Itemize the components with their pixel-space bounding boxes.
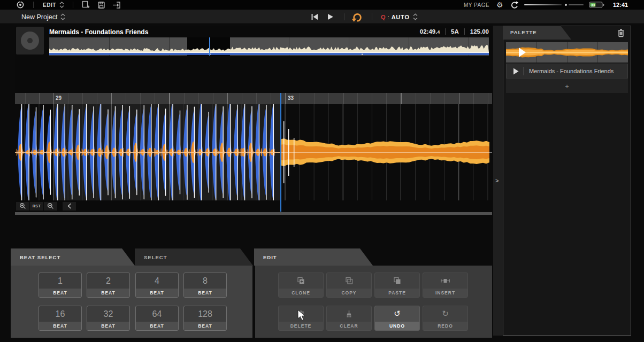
save-icon[interactable] bbox=[97, 0, 105, 10]
play-icon[interactable] bbox=[513, 68, 519, 75]
bar-number: 29 bbox=[56, 95, 62, 101]
track-info: 02:49.4 5A 125.00 bbox=[420, 28, 489, 35]
bar-number: 33 bbox=[288, 95, 294, 101]
palette-tab[interactable]: PALETTE bbox=[503, 26, 571, 40]
tab-edit[interactable]: EDIT bbox=[254, 248, 373, 266]
chevron-updown-icon bbox=[59, 2, 64, 8]
project-selector[interactable]: New Project bbox=[21, 10, 65, 24]
divider bbox=[73, 2, 73, 8]
paste-button[interactable]: PASTE bbox=[374, 273, 420, 298]
zoom-reset-button[interactable]: RST bbox=[30, 202, 43, 211]
redo-icon: ↻ bbox=[442, 310, 449, 318]
redo-button[interactable]: ↻ REDO bbox=[423, 306, 468, 331]
zoom-out-button[interactable] bbox=[44, 202, 57, 211]
copy-icon bbox=[345, 277, 353, 285]
deck-area: Mermaids - Foundations Friends 02:49.4 5… bbox=[15, 26, 492, 214]
settings-gear-icon[interactable]: ⚙ bbox=[496, 0, 503, 10]
main-waveform[interactable] bbox=[15, 104, 492, 200]
edit-menu-label: EDIT bbox=[43, 2, 56, 8]
export-icon[interactable] bbox=[112, 0, 121, 10]
clock: 12:41 bbox=[613, 0, 628, 10]
flashback-loop-button[interactable] bbox=[351, 10, 363, 24]
beat-button-64[interactable]: 64BEAT bbox=[135, 306, 179, 331]
scroll-left-button[interactable] bbox=[63, 202, 76, 211]
overview-waveform[interactable] bbox=[49, 37, 489, 56]
beat-button-8[interactable]: 8BEAT bbox=[183, 273, 227, 298]
play-button[interactable] bbox=[327, 10, 334, 24]
chevron-updown-icon bbox=[413, 13, 418, 20]
insert-button[interactable]: INSERT bbox=[423, 273, 468, 298]
zoom-in-button[interactable] bbox=[16, 202, 29, 211]
clone-button[interactable]: CLONE bbox=[278, 273, 324, 298]
album-art bbox=[16, 27, 44, 55]
clone-icon bbox=[297, 277, 305, 285]
plus-icon: + bbox=[565, 82, 569, 90]
quantize-value: AUTO bbox=[392, 14, 410, 20]
tab-beat-select-label: BEAT SELECT bbox=[11, 248, 135, 260]
battery-icon: 33 bbox=[589, 0, 605, 10]
skip-to-start-button[interactable] bbox=[311, 10, 319, 24]
undo-icon: ↺ bbox=[394, 310, 401, 318]
clear-icon bbox=[345, 310, 353, 318]
palette-collapse-handle[interactable]: > bbox=[493, 26, 503, 336]
divider bbox=[372, 13, 372, 20]
beat-select-panel: 1BEAT 2BEAT 4BEAT 8BEAT 16BEAT 32BEAT 64… bbox=[11, 266, 252, 338]
track-bpm: 125.00 bbox=[470, 28, 489, 35]
trash-icon[interactable] bbox=[617, 28, 625, 38]
new-project-icon[interactable] bbox=[81, 0, 90, 10]
divider bbox=[33, 2, 34, 8]
beat-button-4[interactable]: 4BEAT bbox=[135, 273, 179, 298]
beat-button-1[interactable]: 1BEAT bbox=[39, 273, 82, 298]
copy-button[interactable]: COPY bbox=[326, 273, 372, 298]
undo-button[interactable]: ↺ UNDO bbox=[374, 306, 420, 331]
project-name: New Project bbox=[21, 13, 57, 21]
my-page-label: MY PAGE bbox=[464, 2, 489, 8]
palette-sample-title: Mermaids - Foundations Friends bbox=[529, 68, 614, 74]
battery-percent: 33 bbox=[591, 3, 595, 7]
brightness-slider[interactable] bbox=[524, 4, 562, 5]
palette-title: PALETTE bbox=[503, 26, 571, 35]
palette-add-button[interactable]: + bbox=[506, 79, 628, 93]
track-key: 5A bbox=[451, 28, 459, 35]
transport-toolbar: New Project Q : AUTO bbox=[0, 10, 644, 24]
volume-slider-knob[interactable] bbox=[565, 4, 567, 6]
insert-icon bbox=[441, 277, 450, 285]
sync-icon[interactable] bbox=[510, 0, 519, 10]
tab-select[interactable]: SELECT bbox=[135, 248, 253, 266]
beat-button-128[interactable]: 128BEAT bbox=[183, 306, 227, 331]
chevron-updown-icon bbox=[60, 13, 65, 20]
edit-menu[interactable]: EDIT bbox=[43, 0, 64, 10]
clear-button[interactable]: CLEAR bbox=[326, 306, 372, 331]
beat-button-2[interactable]: 2BEAT bbox=[87, 273, 130, 298]
beat-button-16[interactable]: 16BEAT bbox=[39, 306, 82, 331]
app-root: EDIT MY PAGE ⚙ 33 12:41 bbox=[0, 0, 644, 342]
edit-panel: CLONE COPY PASTE INSERT DELETE CLEAR ↺ U… bbox=[255, 266, 492, 338]
track-duration: 02:49.4 bbox=[420, 28, 440, 35]
waveform-scrollbar[interactable] bbox=[15, 212, 492, 215]
playhead bbox=[280, 93, 281, 212]
app-logo-icon[interactable] bbox=[16, 0, 25, 10]
tab-beat-select[interactable]: BEAT SELECT bbox=[11, 248, 135, 266]
paste-icon bbox=[393, 277, 401, 285]
mouse-cursor bbox=[297, 310, 308, 322]
palette-sample-thumbnail[interactable] bbox=[506, 42, 628, 63]
zoom-toolbar: RST bbox=[16, 201, 76, 211]
quantize-selector[interactable]: Q : AUTO bbox=[381, 10, 418, 24]
track-title: Mermaids - Foundations Friends bbox=[49, 28, 148, 36]
my-page-link[interactable]: MY PAGE bbox=[464, 0, 489, 10]
beat-button-32[interactable]: 32BEAT bbox=[87, 306, 130, 331]
palette-sample-row[interactable]: Mermaids - Foundations Friends bbox=[506, 64, 628, 79]
palette-panel: PALETTE Mermaids - Foundations Friends + bbox=[503, 26, 631, 336]
tab-edit-label: EDIT bbox=[254, 248, 373, 260]
volume-slider[interactable] bbox=[569, 4, 584, 5]
quantize-q-label: Q bbox=[381, 14, 386, 20]
timeline-ruler[interactable] bbox=[15, 93, 492, 104]
tab-select-label: SELECT bbox=[135, 248, 253, 260]
status-bar: EDIT MY PAGE ⚙ 33 12:41 bbox=[0, 0, 644, 10]
quantize-colon: : bbox=[388, 14, 389, 20]
divider bbox=[344, 13, 344, 20]
